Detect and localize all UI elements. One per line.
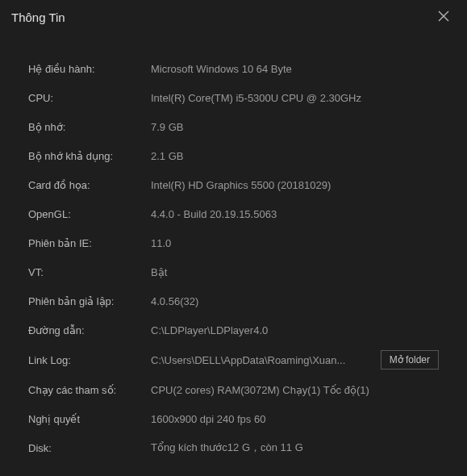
disk-value: Tổng kích thước12 G，còn 11 G	[151, 441, 439, 455]
open-folder-button[interactable]: Mở folder	[381, 350, 439, 370]
ie-label: Phiên bản IE:	[28, 237, 151, 249]
info-row: Phiên bản IE: 11.0	[28, 234, 439, 252]
runparams-label: Chạy các tham số:	[28, 384, 151, 396]
memory-label: Bộ nhớ:	[28, 121, 151, 133]
linklog-label: Link Log:	[28, 354, 151, 366]
info-row: Nghị quyết 1600x900 dpi 240 fps 60	[28, 410, 439, 428]
gpu-label: Card đồ họa:	[28, 179, 151, 191]
close-icon	[438, 10, 449, 22]
emulator-label: Phiên bản giả lập:	[28, 295, 151, 307]
avail-memory-label: Bộ nhớ khả dụng:	[28, 150, 151, 162]
path-label: Đường dẫn:	[28, 324, 151, 336]
cpu-value: Intel(R) Core(TM) i5-5300U CPU @ 2.30GHz	[151, 92, 439, 104]
cpu-label: CPU:	[28, 92, 151, 104]
resolution-label: Nghị quyết	[28, 413, 151, 425]
info-row: Chạy các tham số: CPU(2 cores) RAM(3072M…	[28, 381, 439, 399]
info-row: VT: Bật	[28, 263, 439, 281]
opengl-value: 4.4.0 - Build 20.19.15.5063	[151, 208, 439, 220]
info-dialog: Thông Tin Hệ điều hành: Microsoft Window…	[0, 0, 467, 476]
emulator-value: 4.0.56(32)	[151, 295, 439, 307]
titlebar: Thông Tin	[0, 0, 467, 34]
info-row: Đường dẫn: C:\LDPlayer\LDPlayer4.0	[28, 321, 439, 339]
info-row: Bộ nhớ khả dụng: 2.1 GB	[28, 147, 439, 165]
info-row: Link Log: C:\Users\DELL\AppData\Roaming\…	[28, 350, 439, 370]
info-row: Hệ điều hành: Microsoft Windows 10 64 By…	[28, 60, 439, 77]
linklog-value: C:\Users\DELL\AppData\Roaming\Xuan...	[151, 354, 374, 366]
close-button[interactable]	[432, 6, 456, 27]
disk-label: Disk:	[28, 442, 151, 454]
info-row: Bộ nhớ: 7.9 GB	[28, 118, 439, 136]
info-row: CPU: Intel(R) Core(TM) i5-5300U CPU @ 2.…	[28, 89, 439, 106]
os-label: Hệ điều hành:	[28, 63, 151, 75]
vt-value: Bật	[151, 266, 439, 278]
info-row: Disk: Tổng kích thước12 G，còn 11 G	[28, 439, 439, 457]
content-area: Hệ điều hành: Microsoft Windows 10 64 By…	[0, 34, 467, 476]
vt-label: VT:	[28, 266, 151, 278]
info-row: Card đồ họa: Intel(R) HD Graphics 5500 (…	[28, 176, 439, 194]
opengl-label: OpenGL:	[28, 208, 151, 220]
avail-memory-value: 2.1 GB	[151, 150, 439, 162]
info-row: Phiên bản giả lập: 4.0.56(32)	[28, 292, 439, 310]
ie-value: 11.0	[151, 237, 439, 249]
info-row: OpenGL: 4.4.0 - Build 20.19.15.5063	[28, 205, 439, 223]
memory-value: 7.9 GB	[151, 121, 439, 133]
path-value: C:\LDPlayer\LDPlayer4.0	[151, 324, 439, 336]
gpu-value: Intel(R) HD Graphics 5500 (20181029)	[151, 179, 439, 191]
os-value: Microsoft Windows 10 64 Byte	[151, 63, 439, 75]
runparams-value: CPU(2 cores) RAM(3072M) Chạy(1) Tốc độ(1…	[151, 384, 439, 396]
resolution-value: 1600x900 dpi 240 fps 60	[151, 413, 439, 425]
window-title: Thông Tin	[11, 10, 65, 24]
